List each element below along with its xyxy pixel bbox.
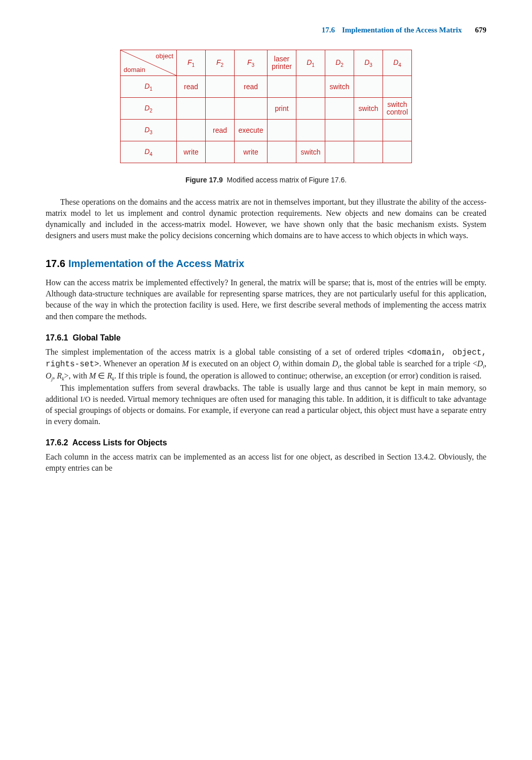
table-cell: read xyxy=(177,76,206,98)
table-cell xyxy=(354,141,383,163)
col-header: laser printer xyxy=(268,50,296,76)
table-cell xyxy=(325,141,354,163)
running-header: 17.6 Implementation of the Access Matrix… xyxy=(46,25,486,34)
table-cell: print xyxy=(268,98,296,120)
row-header: D1 xyxy=(121,76,177,98)
figure-text: Modified access matrix of Figure 17.6. xyxy=(227,176,347,184)
table-cell xyxy=(206,141,235,163)
section-title: Implementation of the Access Matrix xyxy=(68,258,244,269)
table-cell xyxy=(206,98,235,120)
subsection-title: Access Lists for Objects xyxy=(72,438,167,447)
table-cell xyxy=(268,120,296,141)
table-cell xyxy=(354,76,383,98)
table-cell xyxy=(268,141,296,163)
table-cell: write xyxy=(235,141,268,163)
table-cell xyxy=(383,120,412,141)
subsection-number: 17.6.2 xyxy=(46,438,68,447)
col-header: F1 xyxy=(177,50,206,76)
col-header: D3 xyxy=(354,50,383,76)
body-paragraph: Each column in the access matrix can be … xyxy=(46,451,486,474)
table-cell xyxy=(325,98,354,120)
body-paragraph: The simplest implementation of the acces… xyxy=(46,347,486,383)
section-heading: 17.6 Implementation of the Access Matrix xyxy=(46,256,486,270)
figure-label: Figure 17.9 xyxy=(185,176,223,184)
page-number: 679 xyxy=(475,26,487,34)
table-cell xyxy=(383,141,412,163)
col-header: D4 xyxy=(383,50,412,76)
subsection-number: 17.6.1 xyxy=(46,333,68,342)
section-number: 17.6 xyxy=(46,258,65,269)
corner-domain-label: domain xyxy=(124,66,145,73)
table-cell: execute xyxy=(235,120,268,141)
subsection-heading: 17.6.2 Access Lists for Objects xyxy=(46,438,486,447)
header-section-num: 17.6 xyxy=(322,26,335,34)
table-cell xyxy=(383,76,412,98)
body-paragraph: This implementation suffers from several… xyxy=(46,383,486,427)
table-cell xyxy=(296,76,325,98)
col-header: D2 xyxy=(325,50,354,76)
body-paragraph: These operations on the domains and the … xyxy=(46,197,486,241)
table-cell: write xyxy=(177,141,206,163)
table-corner-cell: object domain xyxy=(121,50,177,76)
table-cell xyxy=(296,120,325,141)
table-cell xyxy=(268,76,296,98)
col-header: F3 xyxy=(235,50,268,76)
table-cell: read xyxy=(206,120,235,141)
table-cell: switch xyxy=(325,76,354,98)
row-header: D4 xyxy=(121,141,177,163)
table-cell xyxy=(177,120,206,141)
body-paragraph: How can the access matrix be implemented… xyxy=(46,277,486,322)
table-cell xyxy=(206,76,235,98)
table-cell xyxy=(235,98,268,120)
corner-object-label: object xyxy=(156,52,173,60)
col-header: D1 xyxy=(296,50,325,76)
table-cell xyxy=(354,120,383,141)
subsection-heading: 17.6.1 Global Table xyxy=(46,333,486,343)
table-cell: read xyxy=(235,76,268,98)
access-matrix-table: object domain F1 F2 F3 laser printer D1 … xyxy=(120,50,412,163)
col-header: F2 xyxy=(206,50,235,76)
table-cell: switch control xyxy=(383,98,412,120)
table-cell: switch xyxy=(354,98,383,120)
table-cell: switch xyxy=(296,141,325,163)
row-header: D3 xyxy=(121,120,177,141)
table-cell xyxy=(296,98,325,120)
subsection-title: Global Table xyxy=(72,333,121,342)
figure-caption: Figure 17.9 Modified access matrix of Fi… xyxy=(46,176,486,184)
row-header: D2 xyxy=(121,98,177,120)
table-cell xyxy=(177,98,206,120)
table-cell xyxy=(325,120,354,141)
header-section-title: Implementation of the Access Matrix xyxy=(342,26,462,34)
